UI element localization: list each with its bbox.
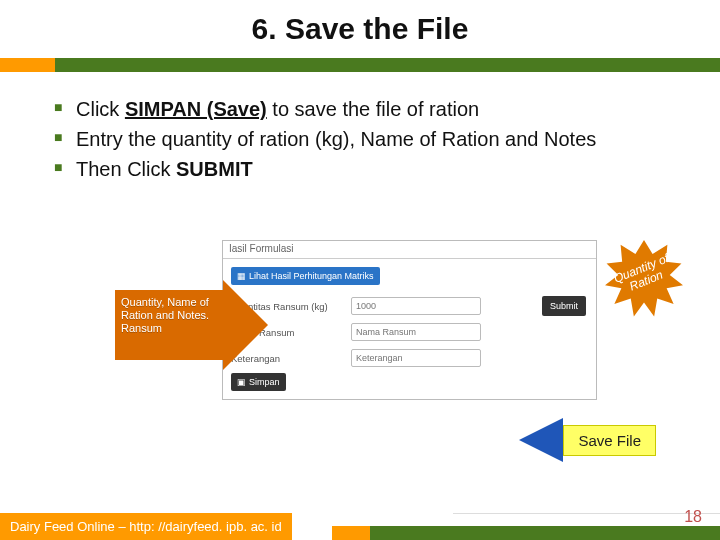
footer-text: Dairy Feed Online – http: //dairyfeed. i… xyxy=(0,513,292,540)
submit-button[interactable]: Submit xyxy=(542,296,586,316)
footer: Dairy Feed Online – http: //dairyfeed. i… xyxy=(0,508,720,540)
panel-header: Iasil Formulasi xyxy=(223,241,596,259)
quantity-input[interactable]: 1000 xyxy=(351,297,481,315)
save-callout: Save File xyxy=(519,418,656,462)
slide-title: 6. Save the File xyxy=(0,12,720,46)
save-callout-label: Save File xyxy=(563,425,656,456)
bullet-list: Click SIMPAN (Save) to save the file of … xyxy=(54,96,672,186)
bullet-item: Click SIMPAN (Save) to save the file of … xyxy=(54,96,672,122)
page-number: 18 xyxy=(684,508,702,526)
bullet-item: Then Click SUBMIT xyxy=(54,156,672,182)
notes-input[interactable]: Keterangan xyxy=(351,349,481,367)
left-callout-arrow: Quantity, Name of Ration and Notes. Rans… xyxy=(115,280,270,370)
name-input[interactable]: Nama Ransum xyxy=(351,323,481,341)
title-accent-bar xyxy=(0,58,720,72)
bullet-item: Entry the quantity of ration (kg), Name … xyxy=(54,126,672,152)
left-callout-text: Quantity, Name of Ration and Notes. Rans… xyxy=(115,290,225,360)
arrow-left-icon xyxy=(519,418,563,462)
simpan-button[interactable]: ▣Simpan xyxy=(231,373,286,391)
arrow-head-icon xyxy=(223,280,268,370)
embedded-screenshot: Iasil Formulasi ▦Lihat Hasil Perhitungan… xyxy=(222,240,597,400)
starburst-callout: Quantity of Ration xyxy=(600,240,688,318)
